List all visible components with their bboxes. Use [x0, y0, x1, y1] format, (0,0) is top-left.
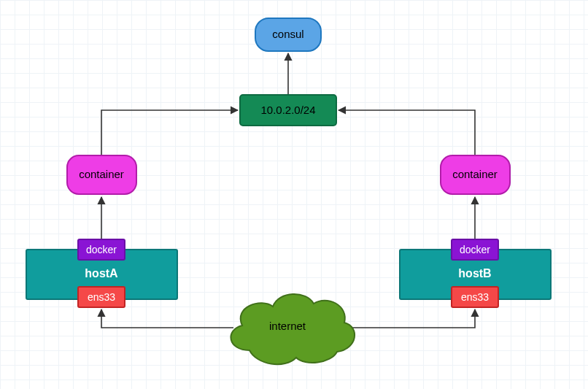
container-b-node: container	[441, 155, 510, 194]
arrow-internet-to-ens33B	[343, 309, 475, 328]
subnet-node: 10.0.2.0/24	[240, 95, 336, 126]
internet-label: internet	[269, 320, 306, 332]
consul-label: consul	[272, 28, 303, 40]
internet-node: internet	[231, 294, 355, 364]
diagram-canvas: consul 10.0.2.0/24 container container d…	[0, 0, 588, 389]
subnet-label: 10.0.2.0/24	[260, 104, 315, 116]
host-a-node: docker hostA ens33	[26, 239, 177, 307]
host-b-docker-label: docker	[460, 244, 490, 255]
consul-node: consul	[255, 18, 321, 51]
host-b-node: docker hostB ens33	[400, 239, 551, 307]
host-a-name: hostA	[85, 267, 118, 280]
arrow-containerB-to-subnet	[339, 110, 475, 155]
host-a-ens33-label: ens33	[88, 291, 115, 303]
arrow-containerA-to-subnet	[101, 110, 238, 155]
host-a-docker-label: docker	[86, 244, 117, 255]
container-a-node: container	[67, 155, 136, 194]
host-b-ens33-label: ens33	[461, 291, 489, 303]
container-a-label: container	[79, 168, 124, 180]
container-b-label: container	[452, 168, 498, 180]
host-b-name: hostB	[458, 267, 491, 280]
arrow-internet-to-ens33A	[101, 309, 233, 328]
